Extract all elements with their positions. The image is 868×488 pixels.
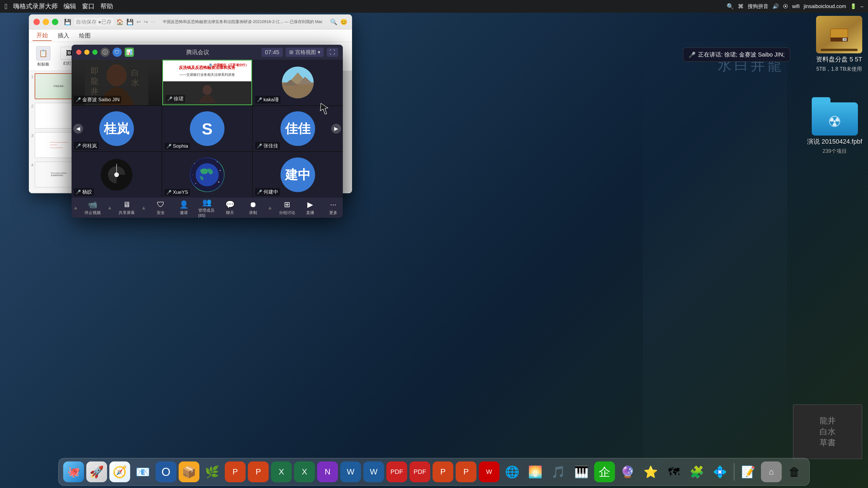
video-cell-xuzhen[interactable]: 🏦 中国银行（江苏省分行） 反洗钱及反恐怖融资法律和实务 ——交易银行业务相关法… xyxy=(162,60,252,105)
ppt-search-icon[interactable]: 🔍 xyxy=(330,19,337,25)
nav-next-arrow[interactable]: ▶ xyxy=(331,124,341,134)
dock-mail[interactable]: 📧 xyxy=(132,461,153,482)
dock-office365[interactable]: O xyxy=(156,461,176,482)
video-cell-zhangjiajia[interactable]: 佳佳 🎤 张佳佳 xyxy=(253,106,343,152)
dock-browser[interactable]: 🌐 xyxy=(502,461,523,482)
more-icon[interactable]: ··· xyxy=(151,19,155,25)
screen-expand-icon[interactable]: ▲ xyxy=(141,205,146,211)
toolbar-invite-btn[interactable]: 👤 邀请 xyxy=(175,200,192,216)
spotlight-icon[interactable]: ⌘ xyxy=(738,3,744,10)
fullscreen-btn[interactable]: ⛶ xyxy=(327,48,338,57)
meeting-minimize-btn[interactable] xyxy=(84,50,89,55)
security-button[interactable]: 🛡 xyxy=(113,47,122,57)
chart-button[interactable]: 📊 xyxy=(125,47,134,57)
dock-word2[interactable]: W xyxy=(363,461,384,482)
undo-icon[interactable]: ↩ xyxy=(136,19,141,25)
dock-trash[interactable]: 🗑 xyxy=(784,461,805,482)
video-cell-hejianzhong[interactable]: 建中 🎤 何建中 xyxy=(253,152,343,198)
dock-unknown1[interactable]: 📦 xyxy=(179,461,199,482)
video-cell-yangjiao[interactable]: 🎤 杨皎 xyxy=(71,152,162,198)
dock-unknown3[interactable]: 🔮 xyxy=(617,461,638,482)
wifi-icon[interactable]: wifi xyxy=(792,3,800,9)
volume-icon[interactable]: 🔊 xyxy=(773,3,779,9)
toolbar-members-btn[interactable]: 👥 管理成员(65) xyxy=(198,198,216,218)
menu-window[interactable]: 窗口 xyxy=(82,2,95,11)
menu-edit[interactable]: 编辑 xyxy=(63,2,76,11)
meeting-close-btn[interactable] xyxy=(76,50,82,55)
dock-finder[interactable]: 🐙 xyxy=(63,461,84,482)
hdd-icon-area[interactable]: 资料盘分盘 5 5T 5TB，1.8 TB未使用 xyxy=(816,16,862,72)
video-cell-xueys[interactable]: 🎤 XueYS xyxy=(162,152,252,198)
dock-music[interactable]: 🎵 xyxy=(548,461,569,482)
dock-word[interactable]: W xyxy=(340,461,361,482)
dock-powerpoint[interactable]: P xyxy=(225,461,246,482)
minimize-button[interactable] xyxy=(43,19,49,25)
paste-icon[interactable]: 📋 xyxy=(36,46,51,61)
ppt-titlebar: 💾 自动保存 ●已存 🏠 💾 ↩ ↪ ··· 中国反恐怖和反恐怖融资法律实务和法… xyxy=(29,14,352,29)
dock-excel2[interactable]: X xyxy=(294,461,315,482)
dock-trend[interactable]: 🌿 xyxy=(202,461,222,482)
video-cell-sophia[interactable]: S 🎤 Sophia xyxy=(162,106,252,152)
menu-help[interactable]: 帮助 xyxy=(100,2,113,11)
video-cell-jinsaibo[interactable]: 即 龍 井 白 水 🎤 金赛波 Saibo JIN xyxy=(71,60,162,105)
dock-onenote[interactable]: N xyxy=(317,461,338,482)
dock-photos[interactable]: 🌅 xyxy=(525,461,546,482)
dock-unknown6[interactable]: 🧩 xyxy=(686,461,707,482)
video-cell-heguilan[interactable]: 桂岚 🎤 何桂岚 xyxy=(71,106,162,152)
dock-wps[interactable]: W xyxy=(479,461,499,482)
hdd-icon[interactable] xyxy=(816,16,862,53)
tab-draw[interactable]: 绘图 xyxy=(75,31,95,41)
dock-pdf2[interactable]: PDF xyxy=(409,461,430,482)
video-grid: ◀ ▶ 即 龍 井 白 水 🎤 金赛波 Saib xyxy=(71,60,343,198)
ppt-emoji-icon[interactable]: 😊 xyxy=(340,19,347,25)
dock-unknown4[interactable]: ⭐ xyxy=(640,461,661,482)
dock-unknown2[interactable]: 🎹 xyxy=(571,461,592,482)
dock-unknown5[interactable]: 🗺 xyxy=(663,461,684,482)
dock-ppt-red2[interactable]: P xyxy=(456,461,476,482)
menubar-right: 🔍 ⌘ 搜狗拼音 🔊 ⦿ wifi jinsaiboicloud.com 🔋 – xyxy=(726,3,863,10)
close-button[interactable] xyxy=(33,19,40,25)
search-icon[interactable]: 🔍 xyxy=(726,3,734,10)
dock-excel[interactable]: X xyxy=(271,461,292,482)
folder-nuclear-icon[interactable]: ☢ xyxy=(812,98,858,135)
toolbar-record-btn[interactable]: ⏺ 录制 xyxy=(244,200,262,216)
toolbar-security-btn[interactable]: 🛡 安全 xyxy=(152,200,169,216)
toolbar-more-btn[interactable]: ··· 更多 xyxy=(324,200,342,216)
apple-menu[interactable]:  xyxy=(5,2,7,11)
bluetooth-icon[interactable]: ⦿ xyxy=(783,3,788,9)
redo-icon[interactable]: ↪ xyxy=(144,19,148,25)
dock-unknown9[interactable]: ⌂ xyxy=(761,461,782,482)
toolbar-screen-btn[interactable]: 🖥 共享屏幕 xyxy=(118,200,135,216)
paste-area[interactable]: 📋 粘贴板 xyxy=(35,46,52,67)
app-name[interactable]: 嗨格式录屏大师 xyxy=(13,2,58,11)
record-expand-icon[interactable]: ▲ xyxy=(268,205,273,211)
grid-view-btn[interactable]: ⊞ 宫格视图 ▾ xyxy=(286,47,324,57)
dock-pdf1[interactable]: PDF xyxy=(386,461,407,482)
toolbar-video-btn[interactable]: 📹 停止视频 xyxy=(84,200,101,216)
mute-expand-icon[interactable]: ▲ xyxy=(73,205,78,211)
dock-safari[interactable]: 🧭 xyxy=(110,461,130,482)
ppt-tabs: 开始 插入 绘图 xyxy=(29,29,352,42)
video-expand-icon[interactable]: ▲ xyxy=(107,205,112,211)
save-icon[interactable]: 💾 xyxy=(126,19,134,25)
toolbar-groups-btn[interactable]: ⊞ 分组讨论 xyxy=(278,200,296,216)
maximize-button[interactable] xyxy=(52,19,58,25)
sougou-icon[interactable]: 搜狗拼音 xyxy=(748,3,769,10)
dock-ppt-red[interactable]: P xyxy=(433,461,453,482)
info-button[interactable]: ⓘ xyxy=(100,47,110,57)
video-cell-kaka[interactable]: 🎤 kaka瑾 xyxy=(253,60,343,105)
dock-tencent[interactable]: 企 xyxy=(594,461,615,482)
toolbar-chat-btn[interactable]: 💬 聊天 xyxy=(221,200,239,216)
dock-unknown8[interactable]: 📝 xyxy=(738,461,758,482)
tab-insert[interactable]: 插入 xyxy=(54,31,73,41)
dock-unknown7[interactable]: 💠 xyxy=(710,461,731,482)
dock-launchpad[interactable]: 🚀 xyxy=(86,461,107,482)
toolbar-live-btn[interactable]: ▶ 直播 xyxy=(302,200,319,216)
nav-prev-arrow[interactable]: ◀ xyxy=(73,124,83,134)
tab-start[interactable]: 开始 xyxy=(32,30,52,41)
meeting-maximize-btn[interactable] xyxy=(92,50,97,55)
folder-nuclear-area[interactable]: ☢ 演说 20150424.fpbf 239个项目 xyxy=(807,98,862,155)
home-icon[interactable]: 🏠 xyxy=(116,19,124,25)
dock-powerpoint2[interactable]: P xyxy=(248,461,269,482)
screen-share-icon: 🖥 xyxy=(123,200,130,209)
